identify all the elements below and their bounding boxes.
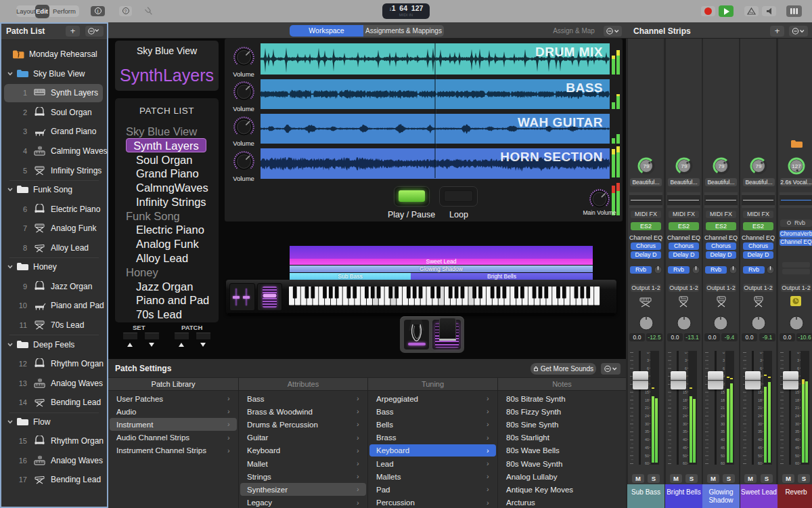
svg-text:6: 6 [647,366,649,371]
svg-text:45: 45 [683,446,687,450]
svg-text:45: 45 [721,446,725,450]
svg-text:15: 15 [645,390,649,394]
svg-text:50: 50 [721,454,725,458]
svg-text:21: 21 [721,406,725,410]
svg-text:79: 79 [718,163,724,169]
svg-text:24: 24 [795,414,799,418]
svg-text:0: 0 [647,352,649,354]
svg-text:24: 24 [721,414,725,418]
svg-text:18: 18 [683,398,687,402]
svg-text:6: 6 [685,366,687,371]
svg-text:60: 60 [645,461,649,465]
svg-text:24: 24 [683,414,687,418]
svg-text:79: 79 [756,163,762,169]
svg-text:50: 50 [645,454,649,458]
svg-text:40: 40 [683,438,687,442]
svg-text:50: 50 [795,454,799,458]
svg-text:45: 45 [645,446,649,450]
svg-text:21: 21 [683,406,687,410]
svg-text:30: 30 [795,422,799,426]
svg-text:127: 127 [792,163,801,169]
svg-text:35: 35 [795,429,799,433]
svg-text:40: 40 [758,438,762,442]
svg-text:3: 3 [723,358,725,362]
svg-text:0: 0 [685,352,687,354]
svg-text:0: 0 [797,352,799,354]
svg-text:21: 21 [645,406,649,410]
svg-text:21: 21 [795,406,799,410]
svg-text:35: 35 [758,429,762,433]
svg-text:0: 0 [723,352,725,354]
svg-text:79: 79 [643,163,649,169]
svg-text:35: 35 [721,429,725,433]
svg-text:35: 35 [645,429,649,433]
svg-text:3: 3 [760,358,762,362]
svg-text:18: 18 [758,398,762,402]
svg-text:30: 30 [683,422,687,426]
svg-text:60: 60 [795,461,799,465]
svg-text:30: 30 [645,422,649,426]
svg-text:3: 3 [797,358,799,362]
svg-text:15: 15 [683,390,687,394]
svg-text:50: 50 [683,454,687,458]
svg-text:60: 60 [758,461,762,465]
svg-text:40: 40 [645,438,649,442]
svg-text:40: 40 [721,438,725,442]
svg-text:60: 60 [683,461,687,465]
svg-text:6: 6 [797,366,799,371]
svg-text:45: 45 [795,446,799,450]
svg-text:6: 6 [723,366,725,371]
svg-text:18: 18 [795,398,799,402]
svg-text:15: 15 [721,390,725,394]
svg-text:60: 60 [721,461,725,465]
svg-text:45: 45 [758,446,762,450]
svg-text:24: 24 [758,414,762,418]
svg-text:3: 3 [685,358,687,362]
svg-text:30: 30 [721,422,725,426]
svg-text:3: 3 [647,358,649,362]
svg-text:24: 24 [645,414,649,418]
svg-text:6: 6 [760,366,762,371]
svg-text:18: 18 [721,398,725,402]
svg-text:15: 15 [758,390,762,394]
svg-text:15: 15 [795,390,799,394]
svg-text:40: 40 [795,438,799,442]
svg-text:18: 18 [645,398,649,402]
svg-text:79: 79 [681,163,687,169]
svg-text:30: 30 [758,422,762,426]
svg-text:35: 35 [683,429,687,433]
svg-text:21: 21 [758,406,762,410]
svg-text:50: 50 [758,454,762,458]
svg-text:0: 0 [760,352,762,354]
